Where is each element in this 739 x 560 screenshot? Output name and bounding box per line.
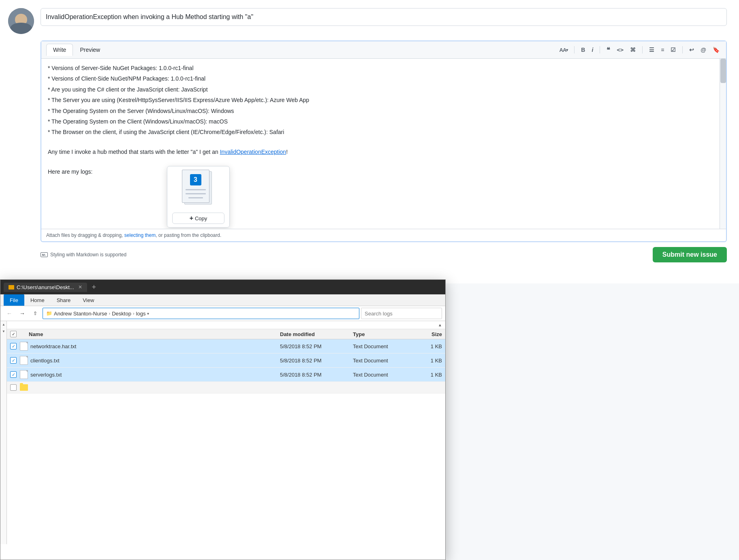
file-check-1[interactable]: ✓ xyxy=(10,357,20,364)
quote-icon[interactable]: ❝ xyxy=(605,45,612,55)
path-sep-2: › xyxy=(133,311,135,316)
copy-popup: 3 + Copy xyxy=(167,166,230,228)
avatar-image xyxy=(8,8,34,34)
ol-icon[interactable]: ≡ xyxy=(659,46,666,54)
editor-toolbar: Write Preview AA▾ B i ❝ <> ⌘ ☰ ≡ ☑ ↩ @ 🔖 xyxy=(41,41,726,59)
copy-doc-line-3 xyxy=(188,197,203,198)
exception-link[interactable]: InvalidOperationException xyxy=(220,149,286,155)
back-btn[interactable]: ← xyxy=(4,308,15,319)
explorer-title-bar: C:\Users\anurse\Deskt... ✕ + xyxy=(0,280,445,294)
scroll-up-arrow[interactable]: ▲ xyxy=(0,321,6,328)
file-row-2[interactable]: ✓ serverlogs.txt 5/8/2018 8:52 PM Text D… xyxy=(7,368,445,382)
address-path[interactable]: 📁 Andrew Stanton-Nurse › Desktop › logs … xyxy=(43,308,359,319)
file-type-2: Text Document xyxy=(353,372,410,378)
up-arrow-btn[interactable]: ⇧ xyxy=(30,308,41,319)
col-date-header[interactable]: Date modified xyxy=(280,331,353,337)
file-row-0[interactable]: ✓ networktrace.har.txt 5/8/2018 8:52 PM … xyxy=(7,339,445,353)
editor-bottom-bar: M↓ Styling with Markdown is supported Su… xyxy=(41,247,727,262)
italic-icon[interactable]: i xyxy=(590,46,595,54)
sort-arrow-icon[interactable]: ▲ xyxy=(438,323,442,327)
file-check-3[interactable] xyxy=(10,384,20,391)
task-icon[interactable]: ☑ xyxy=(669,46,677,54)
submit-button[interactable]: Submit new issue xyxy=(653,247,727,262)
title-tab-folder-icon xyxy=(9,285,14,290)
at-icon[interactable]: @ xyxy=(699,46,708,54)
explorer-ribbon: File Home Share View xyxy=(0,294,445,306)
ribbon-tab-home[interactable]: Home xyxy=(24,294,51,306)
copy-button[interactable]: + Copy xyxy=(172,213,224,224)
file-date-0: 5/8/2018 8:52 PM xyxy=(280,343,353,349)
copy-label: Copy xyxy=(195,215,207,221)
editor-footer: Attach files by dragging & dropping, sel… xyxy=(41,229,726,241)
invoke-text: Any time I invoke a hub method that star… xyxy=(48,147,720,156)
editor-lines: * Versions of Server-Side NuGet Packages… xyxy=(48,64,720,137)
tab-close-btn[interactable]: ✕ xyxy=(78,284,82,290)
file-row-1[interactable]: ✓ clientlogs.txt 5/8/2018 8:52 PM Text D… xyxy=(7,353,445,368)
file-type-0: Text Document xyxy=(353,343,410,349)
tab-add-btn[interactable]: + xyxy=(92,283,96,292)
select-files-link[interactable]: selecting them xyxy=(124,232,156,238)
tab-preview[interactable]: Preview xyxy=(73,44,107,56)
ribbon-tab-share[interactable]: Share xyxy=(51,294,77,306)
folder-icon-3 xyxy=(20,384,28,391)
file-icon-2 xyxy=(20,370,28,379)
editor-line-5: * The Operating System on the Server (Wi… xyxy=(48,106,720,115)
file-date-1: 5/8/2018 8:52 PM xyxy=(280,358,353,364)
path-expand-icon[interactable]: ▾ xyxy=(147,311,149,316)
ribbon-tab-view[interactable]: View xyxy=(77,294,100,306)
col-check: ✓ xyxy=(10,331,20,337)
heading-icon[interactable]: AA▾ xyxy=(558,46,570,54)
editor-content[interactable]: * Versions of Server-Side NuGet Packages… xyxy=(41,59,726,229)
issue-header xyxy=(8,8,727,34)
checkbox-0[interactable]: ✓ xyxy=(10,343,17,349)
ribbon-tabs: File Home Share View xyxy=(0,294,445,306)
copy-plus-icon: + xyxy=(190,215,193,222)
toolbar-divider-3 xyxy=(642,46,643,53)
path-part-3: logs xyxy=(136,311,146,317)
copy-doc-number: 3 xyxy=(190,174,201,185)
bookmark-icon[interactable]: 🔖 xyxy=(711,46,721,54)
forward-btn[interactable]: → xyxy=(17,308,28,319)
explorer-main: ▲ ▼ ▲ ✓ Name Date modified Type Size xyxy=(0,321,445,544)
files-pane: ▲ ✓ Name Date modified Type Size ✓ netwo… xyxy=(7,321,445,544)
copy-doc-front: 3 xyxy=(182,170,209,203)
search-input[interactable] xyxy=(361,308,442,319)
editor-line-4: * The Server you are using (Kestrel/Http… xyxy=(48,96,720,104)
toolbar-divider-1 xyxy=(574,46,575,53)
editor-tabs: Write Preview xyxy=(46,44,107,56)
file-type-1: Text Document xyxy=(353,358,410,364)
editor-scrollbar[interactable] xyxy=(720,59,726,229)
col-size-header[interactable]: Size xyxy=(410,331,442,337)
avatar xyxy=(8,8,34,34)
scrollbar-thumb[interactable] xyxy=(720,59,726,83)
bold-icon[interactable]: B xyxy=(579,46,587,54)
col-type-header[interactable]: Type xyxy=(353,331,410,337)
issue-title-input[interactable] xyxy=(41,8,727,26)
file-name-0: networktrace.har.txt xyxy=(30,343,280,349)
editor-container: Write Preview AA▾ B i ❝ <> ⌘ ☰ ≡ ☑ ↩ @ 🔖 xyxy=(41,40,727,242)
code-icon[interactable]: <> xyxy=(615,46,625,54)
checkbox-1[interactable]: ✓ xyxy=(10,357,17,364)
col-name-header[interactable]: Name xyxy=(29,331,280,337)
file-check-0[interactable]: ✓ xyxy=(10,343,20,349)
checkbox-3[interactable] xyxy=(10,384,17,391)
left-scroll-pane: ▲ ▼ xyxy=(0,321,7,544)
editor-line-7: * The Browser on the client, if using th… xyxy=(48,128,720,136)
file-row-3[interactable] xyxy=(7,382,445,394)
markdown-hint: M↓ Styling with Markdown is supported xyxy=(41,252,126,258)
explorer-tab-label: C:\Users\anurse\Deskt... xyxy=(17,284,74,290)
file-check-2[interactable]: ✓ xyxy=(10,371,20,378)
ul-icon[interactable]: ☰ xyxy=(647,46,656,54)
ribbon-tab-file[interactable]: File xyxy=(4,294,24,306)
editor-line-3: * Are you using the C# client or the Jav… xyxy=(48,85,720,94)
link-icon[interactable]: ⌘ xyxy=(628,46,637,54)
path-folder-icon: 📁 xyxy=(46,311,52,316)
file-size-1: 1 KB xyxy=(410,358,442,364)
undo-icon[interactable]: ↩ xyxy=(688,46,696,54)
scroll-down-arrow[interactable]: ▼ xyxy=(0,328,6,335)
checkbox-2[interactable]: ✓ xyxy=(10,371,17,378)
file-icon-0 xyxy=(20,342,28,351)
file-name-2: serverlogs.txt xyxy=(30,372,280,378)
tab-write[interactable]: Write xyxy=(46,44,73,56)
logs-text: Here are my logs: xyxy=(48,167,720,176)
